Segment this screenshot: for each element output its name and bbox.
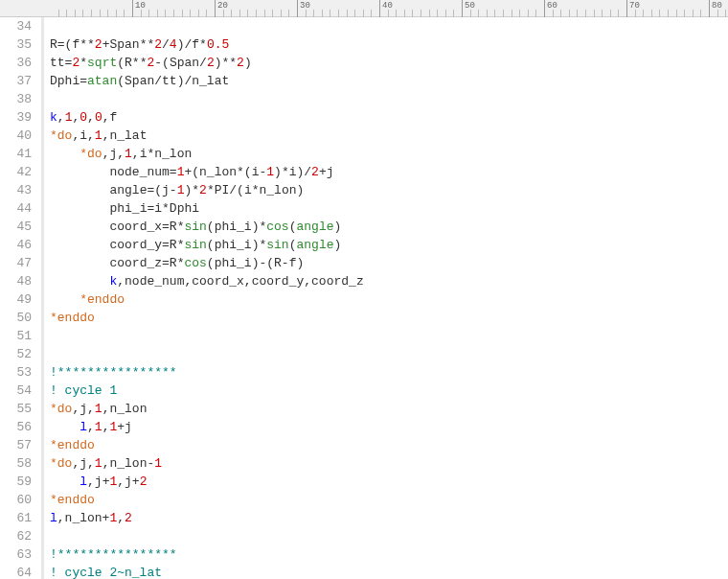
code-line[interactable] <box>50 345 364 363</box>
code-line[interactable]: *enddo <box>50 491 364 509</box>
line-number: 44 <box>0 199 32 218</box>
line-number: 35 <box>0 35 32 54</box>
code-token: ,n_lon+ <box>57 511 110 525</box>
code-token: angle=(j- <box>109 183 176 197</box>
ruler-minor-tick <box>528 10 529 17</box>
code-token: angle <box>296 220 333 234</box>
line-number: 43 <box>0 181 32 199</box>
ruler-minor-tick <box>412 10 413 17</box>
code-line[interactable]: !**************** <box>50 363 364 382</box>
code-token: 1 <box>154 456 162 471</box>
ruler-minor-tick <box>429 10 430 17</box>
ruler-minor-tick <box>676 10 677 17</box>
code-token: (Span/tt)/n_lat <box>117 74 229 88</box>
code-line[interactable]: l,1,1+j <box>50 418 364 436</box>
code-line[interactable]: k,node_num,coord_x,coord_y,coord_z <box>50 272 364 290</box>
ruler-minor-tick <box>313 10 314 17</box>
code-token: *do <box>50 456 72 471</box>
code-line[interactable]: R=(f**2+Span**2/4)/f*0.5 <box>50 35 364 54</box>
ruler-minor-tick <box>157 10 158 17</box>
ruler-minor-tick <box>239 10 240 17</box>
code-token: +(n_lon*(i- <box>184 165 266 179</box>
code-token: 1 <box>95 128 102 143</box>
code-line[interactable]: tt=2*sqrt(R**2-(Span/2)**2) <box>50 54 364 72</box>
code-token: *enddo <box>50 493 95 507</box>
code-line[interactable]: coord_z=R*cos(phi_i)-(R-f) <box>50 254 364 272</box>
code-token: (phi_i)-(R-f) <box>207 256 304 270</box>
code-line[interactable]: *enddo <box>50 309 364 327</box>
ruler-minor-tick <box>91 10 92 17</box>
code-line[interactable]: !**************** <box>50 545 364 564</box>
code-token: 2 <box>154 37 162 52</box>
code-token: ,i*n_lon <box>132 147 192 161</box>
code-line[interactable] <box>50 527 364 545</box>
code-line[interactable] <box>50 90 364 108</box>
code-line[interactable]: *do,j,1,n_lon <box>50 400 364 418</box>
code-line[interactable] <box>50 17 364 35</box>
code-token: , <box>117 511 125 525</box>
line-number-gutter: 3435363738394041424344454647484950515253… <box>0 17 44 579</box>
indent <box>50 292 80 307</box>
line-number: 37 <box>0 72 32 90</box>
code-line[interactable]: angle=(j-1)*2*PI/(i*n_lon) <box>50 181 364 199</box>
ruler-minor-tick <box>100 10 101 17</box>
code-line[interactable]: k,1,0,0,f <box>50 108 364 127</box>
ruler-minor-tick <box>494 10 495 17</box>
code-token: +Span** <box>102 37 155 52</box>
code-line[interactable]: coord_y=R*sin(phi_i)*sin(angle) <box>50 236 364 254</box>
line-number: 34 <box>0 17 32 35</box>
ruler-minor-tick <box>288 10 289 17</box>
code-token: ,j+ <box>117 475 139 489</box>
ruler-minor-tick <box>66 10 67 17</box>
ruler-minor-tick <box>247 10 248 17</box>
code-line[interactable]: *do,i,1,n_lat <box>50 127 364 145</box>
code-token: 1 <box>95 420 102 434</box>
code-token: ,j+ <box>87 475 109 489</box>
code-line[interactable]: l,j+1,j+2 <box>50 473 364 491</box>
code-token: ,n_lon <box>102 402 148 416</box>
code-line[interactable]: node_num=1+(n_lon*(i-1)*i)/2+j <box>50 163 364 181</box>
indent <box>50 238 109 252</box>
ruler-minor-tick <box>256 10 257 17</box>
ruler-major-tick: 50 <box>462 0 463 17</box>
ruler-minor-tick <box>306 10 307 17</box>
ruler-minor-tick <box>437 10 438 17</box>
code-token: *enddo <box>50 438 95 452</box>
code-line[interactable]: ! cycle 1 <box>50 382 364 400</box>
ruler-minor-tick <box>618 10 619 17</box>
code-line[interactable]: *enddo <box>50 436 364 454</box>
code-area[interactable]: R=(f**2+Span**2/4)/f*0.5tt=2*sqrt(R**2-(… <box>44 17 364 579</box>
code-line[interactable]: l,n_lon+1,2 <box>50 509 364 527</box>
ruler-minor-tick <box>206 10 207 17</box>
code-line[interactable]: Dphi=atan(Span/tt)/n_lat <box>50 72 364 90</box>
code-editor[interactable]: 3435363738394041424344454647484950515253… <box>0 17 728 579</box>
code-line[interactable]: *do,j,1,i*n_lon <box>50 145 364 163</box>
column-ruler: 1020304050607080 <box>0 0 728 17</box>
code-line[interactable]: *enddo <box>50 290 364 309</box>
code-token: (phi_i)* <box>207 238 266 252</box>
code-line[interactable]: coord_x=R*sin(phi_i)*cos(angle) <box>50 218 364 236</box>
code-line[interactable]: ! cycle 2~n_lat <box>50 564 364 579</box>
ruler-minor-tick <box>643 10 644 17</box>
ruler-minor-tick <box>404 10 405 17</box>
line-number: 51 <box>0 327 32 345</box>
ruler-major-tick: 10 <box>132 0 133 17</box>
ruler-minor-tick <box>272 10 273 17</box>
ruler-minor-tick <box>602 10 603 17</box>
ruler-minor-tick <box>569 10 570 17</box>
ruler-minor-tick <box>165 10 166 17</box>
code-line[interactable]: phi_i=i*Dphi <box>50 199 364 218</box>
ruler-major-tick: 20 <box>215 0 216 17</box>
code-token: )** <box>215 56 237 70</box>
code-line[interactable]: *do,j,1,n_lon-1 <box>50 454 364 473</box>
ruler-minor-tick <box>535 10 536 17</box>
ruler-minor-tick <box>190 10 191 17</box>
line-number: 62 <box>0 527 32 545</box>
ruler-minor-tick <box>659 10 660 17</box>
indent <box>50 183 109 197</box>
line-number: 38 <box>0 90 32 108</box>
code-line[interactable] <box>50 327 364 345</box>
code-token: )/f* <box>177 37 207 52</box>
ruler-minor-tick <box>684 10 685 17</box>
ruler-minor-tick <box>577 10 578 17</box>
